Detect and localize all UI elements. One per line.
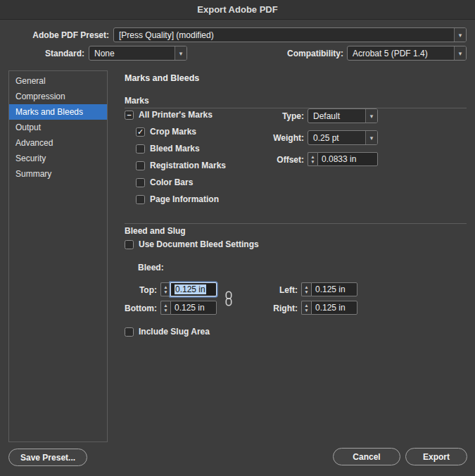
sidebar-item-general[interactable]: General: [9, 73, 107, 89]
sidebar-item-advanced[interactable]: Advanced: [9, 135, 107, 151]
bleed-bottom-label: Bottom:: [118, 303, 157, 313]
page-information-label: Page Information: [150, 194, 219, 204]
stepper-up-icon: ▲: [304, 284, 308, 289]
chain-link-icon: [224, 291, 233, 306]
bleed-bottom-input[interactable]: 0.125 in: [170, 301, 217, 315]
sidebar-item-marks-and-bleeds[interactable]: Marks and Bleeds: [9, 104, 107, 120]
all-printers-marks-checkbox[interactable]: –: [125, 111, 134, 120]
bleed-label: Bleed:: [138, 263, 164, 273]
section-divider: [125, 108, 467, 108]
sidebar-item-security[interactable]: Security: [9, 151, 107, 166]
check-icon: ✓: [137, 127, 144, 135]
weight-dropdown[interactable]: 0.25 pt ▾: [308, 130, 378, 145]
chevron-down-icon: ▾: [454, 46, 466, 60]
bleed-bottom-stepper[interactable]: ▲ ▼: [160, 301, 170, 315]
bleed-right-label: Right:: [231, 303, 298, 313]
include-slug-area-label: Include Slug Area: [139, 327, 210, 337]
sidebar-item-output[interactable]: Output: [9, 120, 107, 135]
type-value: Default: [308, 111, 365, 121]
bleed-top-stepper[interactable]: ▲ ▼: [160, 282, 170, 296]
export-button[interactable]: Export: [405, 448, 467, 465]
bleed-bottom-value: 0.125 in: [175, 303, 205, 313]
chevron-down-icon: ▾: [454, 28, 466, 42]
color-bars-checkbox[interactable]: [136, 178, 145, 187]
registration-marks-checkbox[interactable]: [136, 161, 145, 170]
stepper-up-icon: ▲: [304, 303, 308, 308]
stepper-up-icon: ▲: [163, 303, 167, 308]
preset-dropdown[interactable]: [Press Quality] (modified) ▾: [113, 27, 467, 42]
stepper-down-icon: ▼: [163, 289, 167, 294]
bleed-top-value: 0.125 in: [175, 284, 206, 294]
compatibility-label: Compatibility:: [246, 49, 343, 58]
weight-label: Weight:: [245, 133, 304, 143]
marks-and-bleeds-panel: Marks and Bleeds Marks – All Printer's M…: [118, 70, 467, 442]
stepper-up-icon: ▲: [163, 284, 167, 289]
chevron-down-icon: ▾: [365, 131, 377, 144]
page-information-checkbox[interactable]: [136, 195, 145, 204]
registration-marks-label: Registration Marks: [150, 161, 226, 170]
standard-dropdown[interactable]: None ▾: [89, 46, 187, 61]
link-bleed-values-icon[interactable]: [223, 290, 234, 307]
settings-category-list: General Compression Marks and Bleeds Out…: [8, 70, 108, 442]
preset-value: [Press Quality] (modified): [114, 30, 454, 40]
offset-value: 0.0833 in: [322, 154, 356, 164]
bleed-and-slug-section-title: Bleed and Slug: [125, 226, 186, 236]
stepper-up-icon: ▲: [310, 154, 315, 159]
bleed-marks-checkbox[interactable]: [136, 144, 145, 154]
use-document-bleed-settings-checkbox[interactable]: [125, 240, 134, 249]
bleed-left-stepper[interactable]: ▲ ▼: [301, 282, 311, 296]
stepper-down-icon: ▼: [304, 289, 308, 294]
export-adobe-pdf-dialog: Export Adobe PDF Adobe PDF Preset: [Pres…: [0, 0, 475, 476]
marks-section-title: Marks: [125, 96, 149, 106]
offset-label: Offset:: [245, 155, 304, 165]
page-title: Marks and Bleeds: [125, 73, 199, 83]
use-document-bleed-settings-label: Use Document Bleed Settings: [139, 239, 259, 249]
cancel-button[interactable]: Cancel: [333, 448, 400, 465]
all-printers-marks-label: All Printer's Marks: [139, 110, 213, 120]
type-label: Type:: [245, 111, 304, 121]
standard-label: Standard:: [7, 49, 84, 58]
section-divider: [125, 223, 467, 224]
dialog-titlebar: Export Adobe PDF: [0, 0, 475, 20]
bleed-right-value: 0.125 in: [315, 303, 346, 313]
sidebar-item-summary[interactable]: Summary: [9, 166, 107, 182]
compatibility-dropdown[interactable]: Acrobat 5 (PDF 1.4) ▾: [347, 46, 467, 61]
compatibility-value: Acrobat 5 (PDF 1.4): [348, 49, 454, 58]
color-bars-label: Color Bars: [150, 177, 193, 187]
bleed-marks-label: Bleed Marks: [150, 144, 200, 154]
bleed-top-input[interactable]: 0.125 in: [170, 282, 217, 296]
sidebar-item-compression[interactable]: Compression: [9, 89, 107, 104]
bleed-right-input[interactable]: 0.125 in: [311, 301, 357, 315]
standard-value: None: [89, 49, 175, 58]
offset-stepper[interactable]: ▲ ▼: [308, 152, 317, 166]
chevron-down-icon: ▾: [175, 46, 186, 60]
preset-label: Adobe PDF Preset:: [7, 30, 109, 40]
bleed-left-value: 0.125 in: [315, 284, 346, 294]
chevron-down-icon: ▾: [365, 109, 377, 123]
crop-marks-checkbox[interactable]: ✓: [136, 127, 145, 137]
bleed-left-label: Left:: [231, 285, 298, 295]
bleed-right-stepper[interactable]: ▲ ▼: [301, 301, 311, 315]
include-slug-area-checkbox[interactable]: [125, 327, 134, 337]
dialog-title: Export Adobe PDF: [197, 4, 277, 15]
offset-input[interactable]: 0.0833 in: [317, 152, 378, 166]
save-preset-button[interactable]: Save Preset...: [8, 449, 87, 466]
crop-marks-label: Crop Marks: [150, 127, 196, 137]
bleed-left-input[interactable]: 0.125 in: [311, 282, 357, 296]
stepper-down-icon: ▼: [310, 159, 315, 164]
stepper-down-icon: ▼: [304, 308, 308, 313]
bleed-top-label: Top:: [118, 285, 157, 295]
stepper-down-icon: ▼: [163, 308, 167, 313]
type-dropdown[interactable]: Default ▾: [308, 108, 378, 123]
mixed-state-icon: –: [127, 111, 131, 118]
weight-value: 0.25 pt: [308, 133, 365, 143]
